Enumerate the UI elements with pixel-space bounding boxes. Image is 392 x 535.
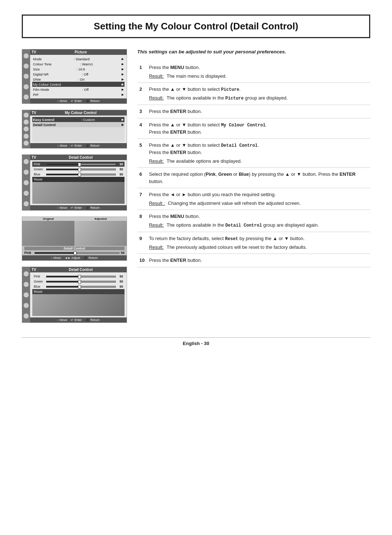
screen1-title: Picture	[74, 50, 87, 54]
step1-result-text: The main menu is displayed.	[167, 73, 226, 80]
photo-original: Original	[22, 217, 74, 246]
step8-result-row: Result: The options available in the Det…	[149, 222, 368, 229]
icon2	[24, 119, 29, 125]
menu-row-digital-nr: Digital NR: Off▶	[32, 72, 124, 77]
step1-text: Press the MENU button.	[149, 64, 368, 71]
step-row-3: 3 Press the ENTER button.	[137, 105, 370, 118]
menu-row-mode: Mode: Standard▶	[32, 56, 124, 61]
step-row-10: 10 Press the ENTER button.	[137, 254, 370, 267]
screen2-footer: ↕ Move ↵ Enter ⬛ Return	[30, 143, 127, 148]
icon4	[24, 134, 29, 139]
screen2-empty	[32, 127, 124, 142]
step-num-6: 6	[137, 168, 147, 188]
adjusted-label: Adjusted	[74, 217, 127, 221]
step-num-1: 1	[137, 61, 147, 83]
step8-result-label: Result:	[149, 222, 163, 229]
slider5-blue: Blue 50	[32, 284, 124, 289]
step-content-1: Press the MENU button. Result: The main …	[147, 61, 370, 83]
screen3-header: TV Detail Control	[30, 155, 127, 160]
screen2-header: TV My Colour Control	[30, 110, 127, 115]
menu-row-colour-tone: Colour Tone: Warm1▶	[32, 61, 124, 66]
step-row-9: 9 To return the factory defaults, select…	[137, 232, 370, 254]
icon1	[24, 159, 29, 164]
step-content-10: Press the ENTER button.	[147, 254, 370, 267]
menu-row-dnie: DNIe: On▶	[32, 77, 124, 82]
screen3-body: Pink 50 Green	[30, 160, 127, 205]
screen3-footer: ↕ Move ↵ Enter ⬛ Return	[30, 205, 127, 210]
original-img	[22, 221, 74, 246]
step7-result-row: Result : Changing the adjustment value w…	[149, 200, 368, 207]
screen3-icons	[22, 155, 30, 210]
page-footer: English - 30	[22, 337, 370, 346]
step9-result-row: Result: The previously adjusted colours …	[149, 244, 368, 251]
screen1-tv: TV	[32, 50, 36, 54]
icon4	[24, 84, 29, 89]
slider-green: Green 50	[32, 167, 124, 172]
slider5-pink: Pink 50	[32, 274, 124, 279]
menu-row-size: Size: 16:9▶	[32, 66, 124, 72]
icon2	[24, 170, 29, 175]
screen4-footer: ↕ Move ◄► Adjust ⬛ Return	[22, 255, 127, 260]
step-row-2: 2 Press the ▲ or ▼ button to select Pict…	[137, 83, 370, 105]
step-num-8: 8	[137, 210, 147, 232]
screen1-icons	[22, 49, 30, 104]
step10-text: Press the ENTER button.	[149, 257, 368, 264]
right-column: This settings can be adjusted to suit yo…	[137, 49, 370, 323]
step-content-6: Select the required option (Pink, Green …	[147, 168, 370, 188]
slider-pink: Pink 50	[32, 162, 124, 167]
icon5	[24, 201, 29, 206]
screen1: TV Picture Mode: Standard▶ Colour Tone: …	[22, 49, 127, 104]
step3-text: Press the ENTER button.	[149, 108, 368, 115]
icon3	[24, 180, 29, 185]
step7-result-text: Changing the adjustment value will refre…	[168, 200, 301, 207]
icon5	[24, 141, 29, 146]
step-content-8: Press the MENU button. Result: The optio…	[147, 210, 370, 232]
screen3-photo	[32, 182, 124, 204]
screen4-detail-bottom: Detail Control Pink 50	[22, 246, 127, 255]
icon3	[24, 74, 29, 79]
menu-row-easy-control: Easy Control: Custom▶	[32, 117, 124, 122]
menu-row-pip: PIP▶	[32, 92, 124, 97]
step8-result-text: The options available in the Detail Cont…	[167, 222, 319, 229]
screen4-photo-split: Original Adjusted	[22, 217, 127, 246]
step5-result-label: Result:	[149, 158, 163, 165]
step-num-2: 2	[137, 83, 147, 105]
screen1-footer: ↕ Move ↵ Enter ⬛ Return	[30, 98, 127, 104]
icon1	[24, 53, 29, 58]
step-num-9: 9	[137, 232, 147, 254]
screen5-main: TV Detail Control Pink 50	[30, 267, 127, 323]
step-num-10: 10	[137, 254, 147, 267]
screen5-icons	[22, 267, 30, 323]
adjusted-img	[74, 221, 127, 246]
icon1	[24, 271, 29, 276]
step1-result-row: Result: The main menu is displayed.	[149, 73, 368, 80]
menu-row-film-mode: Film Mode: Off▶	[32, 87, 124, 92]
left-column: TV Picture Mode: Standard▶ Colour Tone: …	[22, 49, 127, 323]
intro-text: This settings can be adjusted to suit yo…	[137, 49, 370, 54]
icon4	[24, 303, 29, 308]
screen2-body: Easy Control: Custom▶ Detail Control▶	[30, 115, 127, 143]
icon1	[24, 113, 29, 118]
icon5	[24, 94, 29, 100]
step-num-4: 4	[137, 118, 147, 139]
screen1-header: TV Picture	[30, 49, 127, 55]
page-number: English - 30	[183, 341, 209, 346]
screen4-pink-row: Pink 50	[24, 251, 124, 255]
step1-result-label: Result:	[149, 73, 163, 80]
page-title: Setting the My Colour Control (Detail Co…	[94, 21, 298, 32]
step-num-7: 7	[137, 188, 147, 210]
step-content-2: Press the ▲ or ▼ button to select Pictur…	[147, 83, 370, 105]
screen2: TV My Colour Control Easy Control: Custo…	[22, 110, 127, 149]
step9-text: To return the factory defaults, select R…	[149, 235, 368, 242]
step2-result-row: Result: The options available in the Pic…	[149, 94, 368, 102]
slider5-reset: Reset	[32, 289, 124, 294]
screen5: TV Detail Control Pink 50	[22, 267, 127, 323]
step7-text: Press the ◄ or ► button until you reach …	[149, 191, 368, 198]
screen3: TV Detail Control Pink 50	[22, 154, 127, 211]
icon3	[24, 292, 29, 297]
screen2-main: TV My Colour Control Easy Control: Custo…	[30, 110, 127, 148]
icon5	[24, 313, 29, 319]
step6-text: Select the required option (Pink, Green …	[149, 171, 368, 185]
step-num-3: 3	[137, 105, 147, 118]
screen2-icons	[22, 110, 30, 148]
